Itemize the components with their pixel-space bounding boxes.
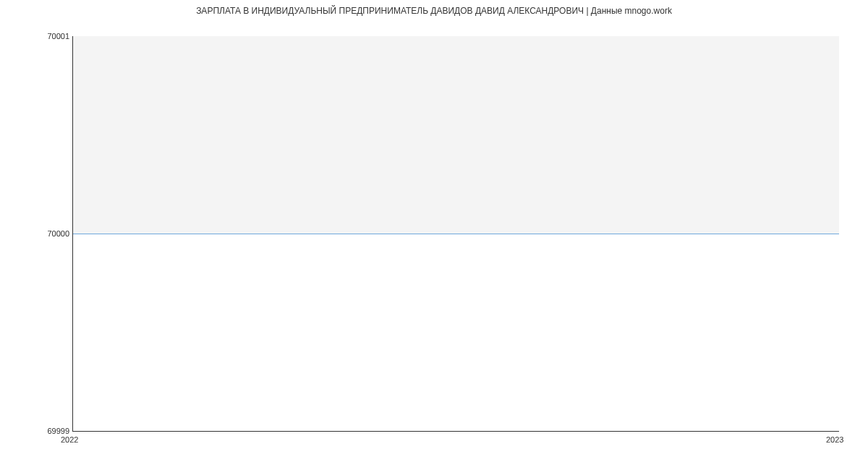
- x-tick-label: 2023: [826, 435, 843, 444]
- x-tick-label: 2022: [61, 435, 78, 444]
- series-line: [72, 234, 839, 234]
- x-axis-line: [72, 431, 839, 432]
- chart-title: ЗАРПЛАТА В ИНДИВИДУАЛЬНЫЙ ПРЕДПРИНИМАТЕЛ…: [0, 6, 868, 16]
- salary-chart: ЗАРПЛАТА В ИНДИВИДУАЛЬНЫЙ ПРЕДПРИНИМАТЕЛ…: [0, 0, 868, 470]
- plot-area-lower-mask: [72, 234, 839, 431]
- y-tick-label: 69999: [47, 427, 69, 435]
- y-axis-line: [72, 36, 73, 431]
- y-tick-label: 70000: [47, 229, 69, 238]
- y-tick-label: 70001: [47, 32, 69, 40]
